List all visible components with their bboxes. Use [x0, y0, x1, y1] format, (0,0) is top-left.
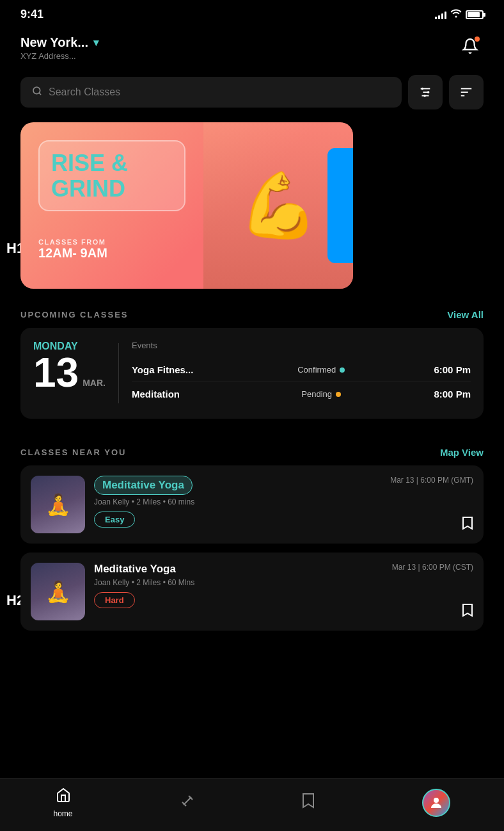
svg-point-6	[427, 91, 430, 93]
date-block: MONDAY 13 MAR.	[33, 341, 106, 406]
signal-icon	[435, 10, 446, 19]
bell-icon	[462, 40, 478, 58]
banner-time: 12AM- 9AM	[38, 246, 185, 261]
class-thumbnail-2: 🧘	[31, 563, 85, 620]
nav-profile[interactable]	[422, 789, 450, 817]
profile-avatar	[422, 789, 450, 817]
status-time: 9:41	[20, 8, 43, 21]
banner-title-box: RISE & GRIND	[38, 140, 185, 211]
event-time-1: 6:00 Pm	[434, 364, 471, 375]
nav-bookmarks[interactable]	[301, 793, 315, 813]
svg-point-0	[33, 87, 40, 94]
notification-button[interactable]	[457, 33, 484, 63]
banner-section: RISE & GRIND CLASSES FROM 12AM- 9AM 💪	[0, 115, 504, 296]
banner-next-card[interactable]	[327, 148, 353, 263]
filter-button[interactable]	[408, 75, 443, 109]
sort-button[interactable]	[449, 75, 484, 109]
class-info-2: Meditative Yoga Mar 13 | 6:00 PM (CST) J…	[94, 563, 473, 608]
bookmark-button-2[interactable]	[462, 603, 473, 620]
location-name[interactable]: New York... ▾	[20, 35, 98, 50]
status-icons	[435, 9, 484, 20]
location-block[interactable]: New York... ▾ XYZ Address...	[20, 35, 98, 61]
pending-dot	[336, 392, 341, 397]
map-view-button[interactable]: Map View	[440, 447, 484, 458]
chevron-down-icon: ▾	[93, 36, 98, 49]
location-address: XYZ Address...	[20, 51, 98, 61]
wifi-icon	[450, 9, 462, 20]
svg-line-1	[39, 93, 41, 95]
banner-classes-label: CLASSES FROM	[38, 238, 185, 246]
classes-near-header: CLASSES NEAR YOU Map View	[0, 434, 504, 465]
svg-point-14	[434, 798, 439, 803]
upcoming-card: MONDAY 13 MAR. Events Yoga Fitnes... Con…	[20, 328, 484, 419]
battery-icon	[466, 10, 484, 19]
class-meta-2: Joan Kelly • 2 Miles • 60 Mlns	[94, 578, 473, 587]
search-input[interactable]	[49, 86, 390, 98]
event-name-1: Yoga Fitnes...	[132, 364, 209, 375]
classes-near-title: CLASSES NEAR YOU	[20, 448, 126, 457]
banner-card[interactable]: RISE & GRIND CLASSES FROM 12AM- 9AM 💪	[20, 122, 353, 289]
class-meta-1: Joan Kelly • 2 Miles • 60 mins	[94, 497, 473, 506]
difficulty-tag-2: Hard	[94, 592, 135, 608]
class-thumbnail-1: 🧘	[31, 476, 85, 533]
status-bar: 9:41	[0, 0, 504, 26]
upcoming-classes-header: UPCOMING CLASSES View All	[0, 296, 504, 328]
class-date-1: Mar 13 | 6:00 PM (GMT)	[390, 476, 473, 485]
nav-home[interactable]: home	[53, 787, 72, 818]
class-date-2: Mar 13 | 6:00 PM (CST)	[392, 563, 473, 572]
header: New York... ▾ XYZ Address...	[0, 26, 504, 70]
nav-workout[interactable]	[180, 793, 195, 812]
class-name-1: Meditative Yoga	[102, 479, 184, 491]
notification-dot	[475, 36, 480, 42]
divider	[118, 343, 119, 403]
class-tags-2: Hard	[94, 592, 473, 608]
event-row-1[interactable]: Yoga Fitnes... Confirmed 6:00 Pm	[132, 358, 471, 382]
bookmark-icon	[301, 793, 315, 813]
difficulty-tag-1: Easy	[94, 512, 135, 528]
event-row-2[interactable]: Meditation Pending 8:00 Pm	[132, 382, 471, 406]
event-name-2: Meditation	[132, 389, 209, 399]
search-section	[0, 70, 504, 115]
month-name: MAR.	[83, 378, 106, 388]
class-name-wrap-1: Meditative Yoga	[94, 476, 193, 495]
class-card-1[interactable]: 🧘 Meditative Yoga Mar 13 | 6:00 PM (GMT)…	[20, 465, 484, 544]
bookmark-button-1[interactable]	[462, 516, 473, 533]
svg-point-7	[423, 95, 426, 97]
svg-point-5	[421, 88, 424, 90]
search-icon	[32, 86, 42, 99]
view-all-button[interactable]: View All	[447, 309, 484, 320]
event-time-2: 8:00 Pm	[434, 389, 471, 399]
banner-title: RISE & GRIND	[51, 150, 173, 201]
svg-line-11	[184, 797, 191, 805]
date-number: 13	[33, 352, 79, 393]
events-block: Events Yoga Fitnes... Confirmed 6:00 Pm …	[132, 341, 471, 406]
bottom-nav: home	[0, 778, 504, 831]
confirmed-dot	[340, 367, 345, 373]
event-status-2: Pending	[301, 389, 341, 399]
class-card-2[interactable]: 🧘 Meditative Yoga Mar 13 | 6:00 PM (CST)…	[20, 553, 484, 631]
workout-icon	[180, 793, 195, 812]
class-info-1: Meditative Yoga Mar 13 | 6:00 PM (GMT) J…	[94, 476, 473, 528]
class-tags-1: Easy	[94, 512, 473, 528]
event-status-1: Confirmed	[297, 365, 345, 375]
class-name-2: Meditative Yoga	[94, 563, 176, 576]
events-label: Events	[132, 341, 471, 350]
search-input-wrap[interactable]	[20, 77, 402, 108]
upcoming-classes-title: UPCOMING CLASSES	[20, 310, 129, 319]
nav-home-label: home	[53, 809, 72, 818]
home-icon	[56, 787, 71, 807]
